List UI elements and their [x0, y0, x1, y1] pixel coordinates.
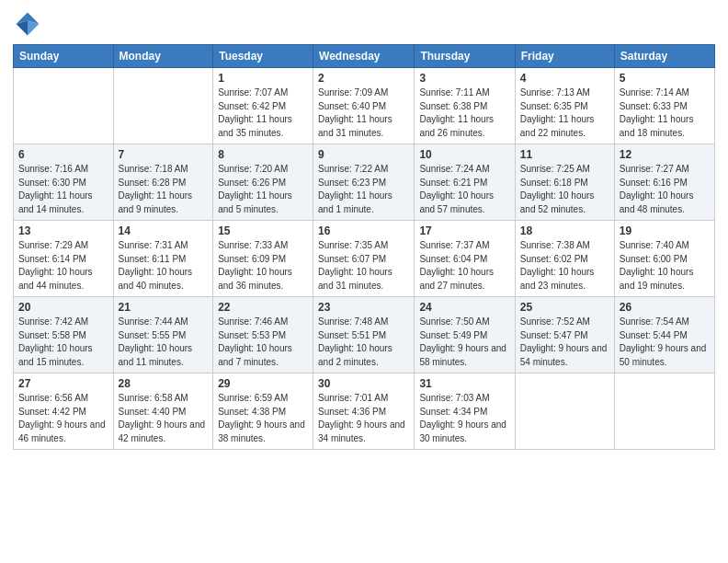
logo — [13, 9, 46, 39]
day-info: Sunrise: 7:22 AM Sunset: 6:23 PM Dayligh… — [318, 163, 409, 216]
header — [13, 9, 715, 39]
day-number: 31 — [419, 377, 509, 390]
day-number: 2 — [318, 72, 409, 85]
day-info: Sunrise: 7:13 AM Sunset: 6:35 PM Dayligh… — [520, 86, 609, 140]
calendar-cell: 30Sunrise: 7:01 AM Sunset: 4:36 PM Dayli… — [313, 373, 415, 450]
day-info: Sunrise: 7:33 AM Sunset: 6:09 PM Dayligh… — [218, 239, 308, 293]
day-number: 8 — [218, 148, 308, 161]
calendar-cell: 2Sunrise: 7:09 AM Sunset: 6:40 PM Daylig… — [313, 68, 415, 144]
calendar-cell — [515, 373, 614, 450]
day-info: Sunrise: 7:52 AM Sunset: 5:47 PM Dayligh… — [520, 316, 609, 369]
day-number: 24 — [419, 301, 509, 314]
day-number: 1 — [218, 72, 308, 85]
weekday-monday: Monday — [113, 45, 213, 68]
day-info: Sunrise: 7:14 AM Sunset: 6:33 PM Dayligh… — [620, 86, 710, 140]
day-info: Sunrise: 7:31 AM Sunset: 6:11 PM Dayligh… — [119, 239, 209, 293]
day-info: Sunrise: 6:59 AM Sunset: 4:38 PM Dayligh… — [218, 392, 308, 445]
day-number: 26 — [620, 301, 710, 314]
weekday-saturday: Saturday — [614, 45, 714, 68]
week-row-2: 6Sunrise: 7:16 AM Sunset: 6:30 PM Daylig… — [14, 144, 715, 221]
calendar-cell: 29Sunrise: 6:59 AM Sunset: 4:38 PM Dayli… — [213, 373, 313, 450]
day-info: Sunrise: 7:24 AM Sunset: 6:21 PM Dayligh… — [419, 163, 509, 216]
calendar-cell: 4Sunrise: 7:13 AM Sunset: 6:35 PM Daylig… — [515, 68, 614, 144]
calendar-cell: 7Sunrise: 7:18 AM Sunset: 6:28 PM Daylig… — [113, 144, 213, 221]
calendar-cell: 26Sunrise: 7:54 AM Sunset: 5:44 PM Dayli… — [614, 297, 714, 373]
day-info: Sunrise: 7:48 AM Sunset: 5:51 PM Dayligh… — [318, 316, 409, 369]
calendar-cell: 9Sunrise: 7:22 AM Sunset: 6:23 PM Daylig… — [313, 144, 415, 221]
day-number: 19 — [620, 224, 710, 237]
calendar-cell: 15Sunrise: 7:33 AM Sunset: 6:09 PM Dayli… — [213, 221, 313, 297]
day-number: 7 — [119, 148, 209, 161]
calendar-cell: 6Sunrise: 7:16 AM Sunset: 6:30 PM Daylig… — [14, 144, 114, 221]
weekday-tuesday: Tuesday — [213, 45, 313, 68]
calendar-cell: 27Sunrise: 6:56 AM Sunset: 4:42 PM Dayli… — [14, 373, 114, 450]
week-row-5: 27Sunrise: 6:56 AM Sunset: 4:42 PM Dayli… — [14, 373, 715, 450]
calendar-cell: 10Sunrise: 7:24 AM Sunset: 6:21 PM Dayli… — [415, 144, 515, 221]
day-number: 17 — [419, 224, 509, 237]
calendar-cell: 25Sunrise: 7:52 AM Sunset: 5:47 PM Dayli… — [515, 297, 614, 373]
day-info: Sunrise: 7:42 AM Sunset: 5:58 PM Dayligh… — [18, 316, 108, 369]
calendar-cell: 22Sunrise: 7:46 AM Sunset: 5:53 PM Dayli… — [213, 297, 313, 373]
day-info: Sunrise: 7:54 AM Sunset: 5:44 PM Dayligh… — [620, 316, 710, 369]
calendar-cell: 12Sunrise: 7:27 AM Sunset: 6:16 PM Dayli… — [614, 144, 714, 221]
day-number: 4 — [520, 72, 609, 85]
day-info: Sunrise: 7:27 AM Sunset: 6:16 PM Dayligh… — [620, 163, 710, 216]
calendar-cell: 16Sunrise: 7:35 AM Sunset: 6:07 PM Dayli… — [313, 221, 415, 297]
day-info: Sunrise: 7:35 AM Sunset: 6:07 PM Dayligh… — [318, 239, 409, 293]
page: SundayMondayTuesdayWednesdayThursdayFrid… — [0, 0, 728, 563]
day-number: 14 — [119, 224, 209, 237]
calendar-cell: 11Sunrise: 7:25 AM Sunset: 6:18 PM Dayli… — [515, 144, 614, 221]
day-number: 6 — [18, 148, 108, 161]
calendar-cell: 23Sunrise: 7:48 AM Sunset: 5:51 PM Dayli… — [313, 297, 415, 373]
calendar-cell: 24Sunrise: 7:50 AM Sunset: 5:49 PM Dayli… — [415, 297, 515, 373]
day-info: Sunrise: 7:07 AM Sunset: 6:42 PM Dayligh… — [218, 86, 308, 140]
weekday-thursday: Thursday — [415, 45, 515, 68]
day-number: 16 — [318, 224, 409, 237]
day-number: 11 — [520, 148, 609, 161]
day-info: Sunrise: 7:03 AM Sunset: 4:34 PM Dayligh… — [419, 392, 509, 445]
calendar-cell: 20Sunrise: 7:42 AM Sunset: 5:58 PM Dayli… — [14, 297, 114, 373]
day-number: 29 — [218, 377, 308, 390]
day-info: Sunrise: 7:20 AM Sunset: 6:26 PM Dayligh… — [218, 163, 308, 216]
day-number: 21 — [119, 301, 209, 314]
day-number: 22 — [218, 301, 308, 314]
week-row-4: 20Sunrise: 7:42 AM Sunset: 5:58 PM Dayli… — [14, 297, 715, 373]
logo-icon — [13, 9, 42, 39]
day-info: Sunrise: 7:18 AM Sunset: 6:28 PM Dayligh… — [119, 163, 209, 216]
weekday-wednesday: Wednesday — [313, 45, 415, 68]
day-number: 9 — [318, 148, 409, 161]
weekday-friday: Friday — [515, 45, 614, 68]
calendar-cell: 28Sunrise: 6:58 AM Sunset: 4:40 PM Dayli… — [113, 373, 213, 450]
calendar-cell: 18Sunrise: 7:38 AM Sunset: 6:02 PM Dayli… — [515, 221, 614, 297]
day-number: 5 — [620, 72, 710, 85]
calendar-cell: 31Sunrise: 7:03 AM Sunset: 4:34 PM Dayli… — [415, 373, 515, 450]
calendar-cell: 8Sunrise: 7:20 AM Sunset: 6:26 PM Daylig… — [213, 144, 313, 221]
day-number: 3 — [419, 72, 509, 85]
day-info: Sunrise: 6:58 AM Sunset: 4:40 PM Dayligh… — [119, 392, 209, 445]
day-info: Sunrise: 7:37 AM Sunset: 6:04 PM Dayligh… — [419, 239, 509, 293]
day-info: Sunrise: 7:09 AM Sunset: 6:40 PM Dayligh… — [318, 86, 409, 140]
day-number: 12 — [620, 148, 710, 161]
day-number: 25 — [520, 301, 609, 314]
calendar-cell: 21Sunrise: 7:44 AM Sunset: 5:55 PM Dayli… — [113, 297, 213, 373]
day-number: 23 — [318, 301, 409, 314]
week-row-3: 13Sunrise: 7:29 AM Sunset: 6:14 PM Dayli… — [14, 221, 715, 297]
calendar-cell: 13Sunrise: 7:29 AM Sunset: 6:14 PM Dayli… — [14, 221, 114, 297]
day-info: Sunrise: 7:38 AM Sunset: 6:02 PM Dayligh… — [520, 239, 609, 293]
day-number: 18 — [520, 224, 609, 237]
day-number: 28 — [119, 377, 209, 390]
day-number: 20 — [18, 301, 108, 314]
day-info: Sunrise: 7:16 AM Sunset: 6:30 PM Dayligh… — [18, 163, 108, 216]
calendar-cell: 14Sunrise: 7:31 AM Sunset: 6:11 PM Dayli… — [113, 221, 213, 297]
day-info: Sunrise: 7:46 AM Sunset: 5:53 PM Dayligh… — [218, 316, 308, 369]
day-info: Sunrise: 6:56 AM Sunset: 4:42 PM Dayligh… — [18, 392, 108, 445]
day-info: Sunrise: 7:29 AM Sunset: 6:14 PM Dayligh… — [18, 239, 108, 293]
calendar: SundayMondayTuesdayWednesdayThursdayFrid… — [13, 44, 715, 450]
calendar-cell: 3Sunrise: 7:11 AM Sunset: 6:38 PM Daylig… — [415, 68, 515, 144]
day-number: 30 — [318, 377, 409, 390]
calendar-cell: 1Sunrise: 7:07 AM Sunset: 6:42 PM Daylig… — [213, 68, 313, 144]
calendar-cell: 17Sunrise: 7:37 AM Sunset: 6:04 PM Dayli… — [415, 221, 515, 297]
day-number: 15 — [218, 224, 308, 237]
day-info: Sunrise: 7:50 AM Sunset: 5:49 PM Dayligh… — [419, 316, 509, 369]
weekday-sunday: Sunday — [14, 45, 114, 68]
